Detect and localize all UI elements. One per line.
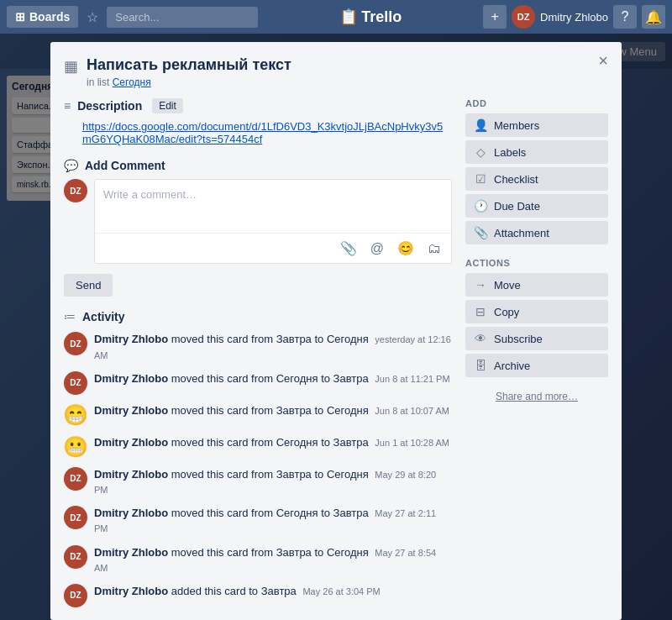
trello-logo: 📋 Trello <box>339 8 402 26</box>
members-label: Members <box>494 119 539 132</box>
activity-section: ≔ Activity DZ Dmitry Zhlobo moved this c… <box>64 310 452 607</box>
attach-button[interactable]: 📎 <box>337 239 360 258</box>
activity-item: DZ Dmitry Zhlobo moved this card from Се… <box>64 506 452 536</box>
list-name-link[interactable]: Сегодня <box>113 76 151 88</box>
modal-title: Написать рекламный текст <box>87 55 583 75</box>
modal: × ▦ Написать рекламный текст in list Сег… <box>50 42 622 620</box>
subscribe-label: Subscribe <box>494 333 543 345</box>
activity-action: moved this card from Сегодня to Завтра <box>171 507 372 519</box>
close-icon: × <box>598 51 608 71</box>
activity-action: moved this card from Завтра to Сегодня <box>171 404 372 417</box>
card-link-icon: 🗂 <box>428 241 441 255</box>
move-icon: → <box>474 278 487 292</box>
activity-time: Jun 8 at 10:07 AM <box>375 406 449 416</box>
comment-input[interactable] <box>95 180 451 230</box>
bell-icon: 🔔 <box>645 9 662 25</box>
activity-action: moved this card from Завтра to Сегодня <box>171 468 372 481</box>
activity-action: added this card to Завтра <box>171 585 300 597</box>
activity-item: DZ Dmitry Zhlobo moved this card from За… <box>64 332 452 362</box>
emoji-button[interactable]: 😊 <box>394 239 417 258</box>
activity-action: moved this card from Сегодня to Завтра <box>171 372 372 385</box>
attach-icon: 📎 <box>340 241 357 255</box>
topbar-left: ⊞ Boards ☆ <box>7 6 258 29</box>
activity-text: Dmitry Zhlobo moved this card from Завтр… <box>94 332 452 362</box>
topbar-right: + DZ Dmitry Zhlobo ? 🔔 <box>483 5 665 29</box>
subscribe-button[interactable]: 👁 Subscribe <box>465 327 608 350</box>
activity-user: Dmitry Zhlobo <box>94 436 168 449</box>
activity-user: Dmitry Zhlobo <box>94 372 168 385</box>
activity-text: Dmitry Zhlobo moved this card from Сегод… <box>94 371 450 386</box>
activity-user: Dmitry Zhlobo <box>94 333 168 345</box>
help-icon: ? <box>622 9 629 24</box>
plus-button[interactable]: + <box>483 5 507 29</box>
activity-item: DZ Dmitry Zhlobo moved this card from За… <box>64 545 452 575</box>
checklist-icon: ☑ <box>474 172 487 186</box>
boards-button[interactable]: ⊞ Boards <box>7 6 78 28</box>
activity-time: May 26 at 3:04 PM <box>302 586 380 596</box>
comment-icon: 💬 <box>64 159 78 172</box>
activity-text: Dmitry Zhlobo moved this card from Сегод… <box>94 435 449 450</box>
archive-label: Archive <box>494 360 530 372</box>
activity-header: ≔ Activity <box>64 310 452 323</box>
modal-sidebar: Add 👤 Members ◇ Labels ☑ Checklist 🕐 <box>465 98 608 620</box>
in-list-label: in list <box>87 76 109 88</box>
activity-avatar: DZ <box>64 545 87 569</box>
labels-icon: ◇ <box>474 145 487 159</box>
add-comment-title: Add Comment <box>85 159 165 172</box>
move-button[interactable]: → Move <box>465 273 608 297</box>
trello-name: Trello <box>361 8 402 26</box>
activity-avatar-emoji: 😁 <box>64 403 87 427</box>
close-button[interactable]: × <box>591 49 615 72</box>
description-link[interactable]: https://docs.google.com/document/d/1LfD6… <box>82 120 452 145</box>
card-link-button[interactable]: 🗂 <box>424 239 444 258</box>
activity-action: moved this card from Завтра to Сегодня <box>171 333 372 345</box>
activity-text: Dmitry Zhlobo moved this card from Завтр… <box>94 545 452 575</box>
modal-main: ≡ Description Edit https://docs.google.c… <box>64 98 452 620</box>
description-edit-button[interactable]: Edit <box>152 98 183 113</box>
attachment-button[interactable]: 📎 Attachment <box>465 221 608 244</box>
modal-body: ≡ Description Edit https://docs.google.c… <box>64 98 608 620</box>
help-button[interactable]: ? <box>613 5 637 29</box>
actions-section: Actions → Move ⊟ Copy 👁 Subscribe 🗄 <box>465 258 608 377</box>
due-date-label: Due Date <box>494 200 540 213</box>
share-link[interactable]: Share and more… <box>465 391 608 402</box>
activity-text: Dmitry Zhlobo moved this card from Завтр… <box>94 403 449 418</box>
trello-icon: 📋 <box>339 8 358 26</box>
description-url[interactable]: https://docs.google.com/document/d/1LfD6… <box>82 120 443 145</box>
modal-title-area: Написать рекламный текст in list Сегодня <box>87 55 583 88</box>
due-date-button[interactable]: 🕐 Due Date <box>465 194 608 218</box>
card-header-icon: ▦ <box>64 57 78 76</box>
topbar-center: 📋 Trello <box>258 8 483 26</box>
members-button[interactable]: 👤 Members <box>465 113 608 137</box>
copy-button[interactable]: ⊟ Copy <box>465 300 608 323</box>
attachment-icon: 📎 <box>474 226 487 239</box>
activity-icon: ≔ <box>64 310 76 323</box>
activity-time: Jun 8 at 11:21 PM <box>375 374 449 384</box>
activity-avatar: DZ <box>64 506 87 529</box>
description-header: ≡ Description Edit <box>64 98 452 113</box>
search-input[interactable] <box>107 7 258 28</box>
user-avatar-button[interactable]: DZ <box>512 5 535 29</box>
archive-icon: 🗄 <box>474 359 487 372</box>
archive-button[interactable]: 🗄 Archive <box>465 354 608 377</box>
copy-icon: ⊟ <box>474 305 487 318</box>
comment-input-wrap: 📎 @ 😊 🗂 <box>94 179 452 264</box>
activity-item: DZ Dmitry Zhlobo moved this card from За… <box>64 467 452 497</box>
activity-user: Dmitry Zhlobo <box>94 585 168 597</box>
activity-avatar: DZ <box>64 584 87 607</box>
activity-avatar: DZ <box>64 332 87 355</box>
user-name: Dmitry Zhlobo <box>540 11 608 24</box>
description-title: Description <box>77 99 142 113</box>
star-button[interactable]: ☆ <box>83 6 102 29</box>
activity-avatar: DZ <box>64 467 87 491</box>
send-button[interactable]: Send <box>64 274 113 297</box>
due-date-icon: 🕐 <box>474 199 487 213</box>
mention-button[interactable]: @ <box>367 239 387 258</box>
subscribe-icon: 👁 <box>474 332 487 345</box>
activity-title: Activity <box>82 310 125 323</box>
notification-button[interactable]: 🔔 <box>642 5 665 29</box>
checklist-button[interactable]: ☑ Checklist <box>465 167 608 191</box>
activity-item: 😬 Dmitry Zhlobo moved this card from Сег… <box>64 435 452 459</box>
labels-button[interactable]: ◇ Labels <box>465 140 608 164</box>
topbar: ⊞ Boards ☆ 📋 Trello + DZ Dmitry Zhlobo ?… <box>0 0 672 34</box>
